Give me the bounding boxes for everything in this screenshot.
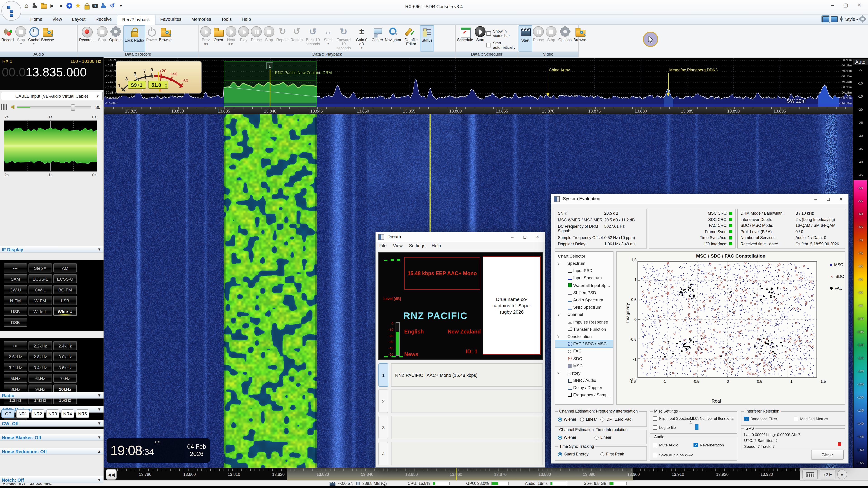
- band-navigator[interactable]: 13.79013.80013.81013.82013.83013.84013.8…: [104, 468, 868, 480]
- volume-knob[interactable]: [71, 104, 75, 110]
- radio-option[interactable]: Wiener: [558, 435, 577, 440]
- ribbon-button[interactable]: Repeat: [275, 25, 289, 52]
- chart-selector-item[interactable]: ∨History: [555, 369, 613, 377]
- app-menu-button[interactable]: [1, 1, 21, 21]
- collapse-ribbon-icon[interactable]: ▲▼: [839, 16, 843, 22]
- ribbon-button[interactable]: Pause: [532, 25, 545, 52]
- ribbon-tab[interactable]: Rec/Playback: [117, 15, 155, 25]
- filter-button[interactable]: 2.4kHz: [53, 341, 77, 350]
- service-slot[interactable]: 3: [378, 416, 543, 439]
- nr-button[interactable]: NR1: [16, 410, 29, 418]
- spectrum-display[interactable]: -30 dBm-40 dBm-50 dBm-60 dBm-70 dBm-80 d…: [104, 58, 852, 107]
- chart-selector-item[interactable]: ∨Constellation: [555, 333, 613, 340]
- radio-option[interactable]: Guard Energy: [558, 452, 589, 456]
- audio-device-select[interactable]: CABLE Input (VB-Audio Virtual Cable): [1, 92, 103, 100]
- speaker-icon[interactable]: [10, 105, 14, 109]
- chart-selector-item[interactable]: Transfer Function: [555, 326, 613, 333]
- ribbon-button[interactable]: Back 10 seconds: [304, 25, 322, 52]
- mode-button[interactable]: LSB: [53, 296, 77, 305]
- noise-blanker-header[interactable]: Noise Blanker: Off▼: [0, 434, 103, 441]
- mode-button[interactable]: USB: [4, 307, 27, 316]
- chart-selector-item[interactable]: MSC: [555, 362, 613, 369]
- service-slot[interactable]: 4: [378, 442, 543, 465]
- mode-button[interactable]: Wide-U: [53, 307, 77, 316]
- ribbon-tab[interactable]: Home: [25, 15, 47, 25]
- dream-menu-item[interactable]: File: [379, 243, 386, 249]
- mute-audio-checkbox[interactable]: Mute Audio: [653, 443, 678, 447]
- ribbon-button[interactable]: Navigator: [384, 25, 402, 52]
- chart-selector-item[interactable]: Frequency / Samp...: [555, 392, 613, 399]
- ribbon-tab[interactable]: Tools: [216, 15, 237, 25]
- filter-button[interactable]: 3.4kHz: [29, 363, 52, 372]
- ribbon-button[interactable]: Forward 10 seconds: [335, 25, 352, 52]
- nr-button[interactable]: NR5: [76, 410, 89, 418]
- mlc-slider-thumb[interactable]: [695, 424, 699, 430]
- bandpass-checkbox[interactable]: Bandpass Filter: [744, 417, 777, 421]
- mode-button[interactable]: Wide-L: [29, 307, 52, 316]
- ribbon-button[interactable]: Prev◀◀: [199, 25, 212, 52]
- filter-button[interactable]: 2.8kHz: [29, 352, 52, 361]
- ribbon-button[interactable]: Schedule: [456, 25, 474, 52]
- chart-selector-item[interactable]: SNR Spectrum: [555, 304, 613, 311]
- notch-header[interactable]: Notch: Off▼: [0, 476, 103, 483]
- service-slot[interactable]: 2: [378, 390, 543, 413]
- radio-option[interactable]: First Peak: [600, 452, 624, 456]
- dream-maximize[interactable]: □: [519, 232, 531, 242]
- filter-button[interactable]: 3.0kHz: [53, 352, 77, 361]
- ribbon-button[interactable]: Start: [519, 25, 532, 52]
- syseval-close-button[interactable]: Close: [811, 450, 844, 459]
- filter-button[interactable]: •••: [4, 341, 27, 350]
- filter-button[interactable]: 5kHz: [4, 374, 27, 383]
- ribbon-button[interactable]: Gain 0 dB▼: [352, 25, 371, 52]
- ribbon-button[interactable]: Seek▼: [322, 25, 335, 52]
- chart-selector-item[interactable]: Input Spectrum: [555, 274, 613, 282]
- chart-selector-item[interactable]: Waterfall Input Sp...: [555, 282, 613, 289]
- syseval-minimize[interactable]: –: [809, 194, 822, 204]
- chart-selector-item[interactable]: FAC / SDC / MSC: [555, 340, 613, 348]
- mode-button[interactable]: Step ≡: [29, 263, 52, 272]
- ribbon-tab[interactable]: Memories: [186, 15, 216, 25]
- save-wav-checkbox[interactable]: Save Audio as WAV: [653, 453, 693, 457]
- chart-selector-item[interactable]: ∨Channel: [555, 311, 613, 318]
- filter-button[interactable]: 7kHz: [53, 374, 77, 383]
- syseval-close-x[interactable]: ✕: [835, 194, 847, 204]
- ribbon-button[interactable]: Restart: [289, 25, 304, 52]
- ribbon-button[interactable]: Play: [237, 25, 250, 52]
- ribbon-tab[interactable]: Favourites: [155, 15, 186, 25]
- ribbon-button[interactable]: Browse: [158, 25, 173, 52]
- noise-reduction-header[interactable]: Noise Reduction: Off▲: [0, 448, 103, 455]
- ribbon-button[interactable]: Stop: [545, 25, 557, 52]
- radio-option[interactable]: DFT Zero Pad.: [600, 417, 633, 422]
- ribbon-checkbox[interactable]: Show in status bar: [487, 29, 517, 38]
- mode-button[interactable]: •••: [4, 263, 27, 272]
- waterfall-colorbar[interactable]: Auto -5-10-15-20-25-30-35-40-45-50-55-60…: [852, 58, 868, 468]
- ribbon-button[interactable]: Pause: [250, 25, 263, 52]
- ribbon-tab[interactable]: View: [47, 15, 67, 25]
- ribbon-button[interactable]: Options: [108, 25, 123, 52]
- auto-scale-label[interactable]: Auto: [852, 59, 868, 65]
- filter-button[interactable]: 2.2kHz: [29, 341, 52, 350]
- dream-titlebar[interactable]: Dream –□✕: [376, 232, 545, 242]
- flip-spectrum-checkbox[interactable]: Flip Input Spectrum: [653, 416, 692, 421]
- ribbon-button[interactable]: Datafile Editor: [402, 25, 420, 52]
- mode-button[interactable]: BC-FM: [53, 285, 77, 294]
- mode-button[interactable]: CW-U: [4, 285, 27, 294]
- chart-selector-item[interactable]: SDC: [555, 355, 613, 362]
- ribbon-button[interactable]: Open: [212, 25, 225, 52]
- drm-selection-box[interactable]: 1 RNZ Pacific New Zealand DRM: [224, 61, 316, 107]
- nr-button[interactable]: NR4: [61, 410, 74, 418]
- filter-button[interactable]: 2.6kHz: [4, 352, 27, 361]
- ribbon-button[interactable]: Status: [420, 25, 434, 52]
- log-file-checkbox[interactable]: Log to file: [653, 425, 676, 430]
- mode-button[interactable]: W-FM: [29, 296, 52, 305]
- chart-selector-item[interactable]: Shifted PSD: [555, 289, 613, 296]
- nr-button[interactable]: NR2: [31, 410, 44, 418]
- dream-minimize[interactable]: –: [506, 232, 519, 242]
- equalizer-icon[interactable]: [1, 104, 8, 110]
- dream-menu-item[interactable]: View: [393, 243, 403, 249]
- dream-close[interactable]: ✕: [531, 232, 544, 242]
- minimize-button[interactable]: –: [826, 0, 839, 10]
- ribbon-checkbox[interactable]: Start automatically: [487, 41, 517, 50]
- frequency-display[interactable]: RX 1100 - 10100 Hz 00.013.835.000: [0, 57, 103, 90]
- nr-button[interactable]: Off: [1, 410, 14, 418]
